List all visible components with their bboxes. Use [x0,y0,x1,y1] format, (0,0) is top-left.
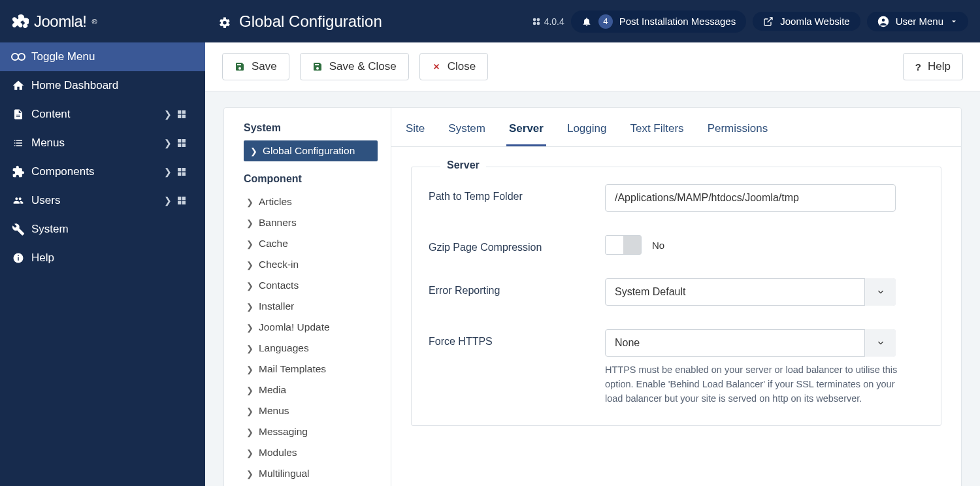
sidebar-item-users[interactable]: Users❯ [0,186,205,215]
chevron-right-icon: ❯ [246,448,253,458]
svg-rect-14 [178,144,181,147]
gzip-toggle[interactable] [605,235,642,255]
grid-icon [176,195,193,206]
fieldset-legend: Server [440,159,486,171]
sidebar-item-home-dashboard[interactable]: Home Dashboard [0,71,205,100]
sidebar-item-content[interactable]: Content❯ [0,100,205,129]
sidebar-item-system[interactable]: System [0,215,205,244]
svg-rect-12 [178,139,181,142]
component-link-articles[interactable]: ❯Articles [244,191,378,212]
svg-rect-17 [182,168,186,171]
chevron-right-icon: ❯ [246,260,253,270]
joomla-website-button[interactable]: Joomla Website [753,12,860,31]
chevron-right-icon: ❯ [246,364,253,374]
path-temp-input[interactable] [605,184,896,212]
component-link-check-in[interactable]: ❯Check-in [244,254,378,275]
grid-icon [176,167,193,177]
tab-text-filters[interactable]: Text Filters [627,117,686,146]
help-button[interactable]: ? Help [903,53,963,80]
close-button[interactable]: Close [419,53,488,80]
path-temp-label: Path to Temp Folder [429,184,605,202]
tab-permissions[interactable]: Permissions [705,117,771,146]
svg-rect-11 [182,115,186,118]
svg-point-7 [18,54,25,60]
post-install-messages-button[interactable]: 4 Post Installation Messages [571,10,746,33]
global-configuration-link[interactable]: ❯ Global Configuration [244,140,378,161]
component-link-messaging[interactable]: ❯Messaging [244,421,378,442]
chevron-right-icon: ❯ [246,281,253,291]
joomla-icon [12,13,29,30]
chevron-down-icon [950,18,958,25]
svg-rect-16 [178,168,181,171]
component-link-contacts[interactable]: ❯Contacts [244,275,378,296]
tab-logging[interactable]: Logging [564,117,610,146]
force-https-label: Force HTTPS [429,329,605,348]
svg-rect-25 [18,257,19,261]
svg-rect-8 [178,110,181,114]
component-link-joomla-update[interactable]: ❯Joomla! Update [244,317,378,338]
chevron-right-icon: ❯ [246,427,253,437]
tab-system[interactable]: System [446,117,488,146]
svg-rect-21 [182,197,186,200]
joomla-small-icon [532,17,541,26]
chevron-right-icon: ❯ [159,138,176,148]
tabs: SiteSystemServerLoggingText FiltersPermi… [391,108,961,147]
component-link-languages[interactable]: ❯Languages [244,338,378,359]
component-link-media[interactable]: ❯Media [244,380,378,400]
component-link-mail-templates[interactable]: ❯Mail Templates [244,359,378,380]
users-icon [9,195,27,206]
force-https-help: HTTPS must be enabled on your server or … [605,363,902,406]
svg-point-6 [12,54,18,60]
save-button[interactable]: Save [222,53,289,80]
sidebar-item-help[interactable]: Help [0,244,205,272]
sidebar: Toggle Menu Home DashboardContent❯Menus❯… [0,42,205,486]
svg-point-2 [532,22,536,25]
svg-rect-20 [178,197,181,200]
svg-rect-23 [182,201,186,204]
sidebar-item-components[interactable]: Components❯ [0,157,205,186]
svg-rect-9 [182,110,186,114]
list-icon [9,138,27,148]
force-https-select[interactable]: None [605,329,896,357]
component-link-menus[interactable]: ❯Menus [244,400,378,421]
chevron-right-icon: ❯ [159,109,176,120]
component-link-cache[interactable]: ❯Cache [244,233,378,254]
chevron-right-icon: ❯ [246,302,253,312]
chevron-right-icon: ❯ [246,406,253,416]
user-icon [877,16,889,27]
chevron-right-icon: ❯ [246,197,253,207]
close-icon [432,62,441,71]
wrench-icon [9,223,27,236]
svg-rect-10 [178,115,181,118]
external-link-icon [763,16,774,27]
config-nav: System ❯ Global Configuration Component … [224,108,391,486]
component-link-banners[interactable]: ❯Banners [244,212,378,233]
brand-logo[interactable]: Joomla! ® [0,12,205,31]
grid-icon [176,138,193,148]
tab-site[interactable]: Site [403,117,427,146]
user-menu-button[interactable]: User Menu [867,12,968,31]
gzip-label: Gzip Page Compression [429,235,605,253]
chevron-right-icon: ❯ [246,218,253,228]
chevron-right-icon: ❯ [250,146,257,156]
component-link-installer[interactable]: ❯Installer [244,296,378,317]
gear-icon [217,14,231,29]
svg-rect-18 [178,172,181,176]
version-label: 4.0.4 [532,16,564,27]
svg-point-3 [536,22,540,25]
tab-server[interactable]: Server [506,117,546,146]
sidebar-item-menus[interactable]: Menus❯ [0,129,205,157]
page-title: Global Configuration [239,12,382,31]
svg-rect-26 [18,255,19,257]
component-link-multilingual[interactable]: ❯Multilingual [244,463,378,484]
chevron-right-icon: ❯ [159,167,176,177]
chevron-right-icon: ❯ [246,323,253,332]
save-icon [235,61,245,72]
component-link-modules[interactable]: ❯Modules [244,442,378,463]
save-close-button[interactable]: Save & Close [300,53,409,80]
sidebar-toggle[interactable]: Toggle Menu [0,42,205,71]
error-reporting-label: Error Reporting [429,278,605,297]
svg-rect-22 [178,201,181,204]
gzip-value: No [652,240,664,251]
error-reporting-select[interactable]: System Default [605,278,896,306]
